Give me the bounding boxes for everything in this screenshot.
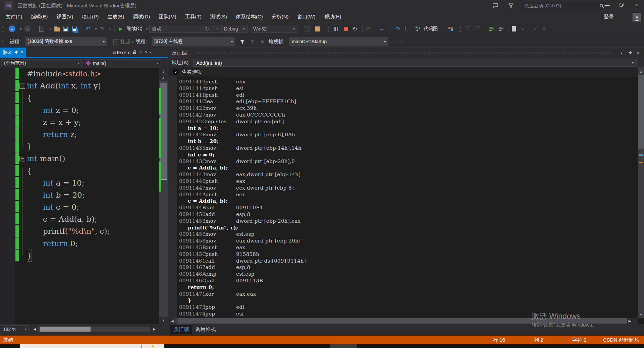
continue-play-icon[interactable]: ▶ xyxy=(117,25,124,33)
step-into-icon[interactable]: ↓ xyxy=(387,25,393,33)
undo-icon[interactable]: ↶ xyxy=(85,25,91,33)
menu-帮助(H)[interactable]: 帮助(H) xyxy=(320,11,345,22)
diagnostics-icon[interactable] xyxy=(314,25,321,33)
address-combo[interactable]: Add(int, int)▾ xyxy=(193,59,637,67)
hscroll-thumb[interactable] xyxy=(40,327,91,332)
configuration-combo[interactable]: Debug▾ xyxy=(221,25,248,33)
hscroll-left-icon[interactable]: ◀ xyxy=(170,319,175,324)
attach-icon[interactable] xyxy=(303,25,310,33)
view-options-label[interactable]: 查看选项 xyxy=(182,67,202,77)
menu-分析(N)[interactable]: 分析(N) xyxy=(267,11,293,22)
navigate-back-icon[interactable]: ← xyxy=(9,25,15,33)
continue-button[interactable]: 继续(C) xyxy=(125,25,144,33)
navigate-forward-icon[interactable]: → xyxy=(24,25,31,33)
quick-launch-search[interactable]: 快速启动 (Ctrl+Q) xyxy=(522,2,606,10)
restart-icon[interactable]: ↻ xyxy=(352,25,358,33)
close-tab-icon[interactable]: × xyxy=(21,50,23,55)
tab-source-c[interactable]: 源.c × xyxy=(0,48,26,57)
pause-icon[interactable] xyxy=(333,25,339,33)
window-position-icon[interactable]: ▾ xyxy=(618,49,625,57)
scroll-down-icon[interactable]: ▼ xyxy=(638,311,644,318)
code-map-button[interactable]: 代码图 xyxy=(422,25,439,33)
close-tab-crtexe-icon[interactable]: × xyxy=(145,50,148,55)
breakpoint-margin[interactable] xyxy=(169,77,177,318)
save-all-icon[interactable] xyxy=(71,25,78,33)
close-panel-icon[interactable]: × xyxy=(635,49,642,57)
refresh-dropdown-icon[interactable]: ▾ xyxy=(214,25,221,33)
sign-in-link[interactable]: 登录 xyxy=(604,11,614,22)
output-window-icon[interactable] xyxy=(498,25,504,33)
splitter-handle-icon[interactable]: ↕ xyxy=(159,68,168,74)
editor-vertical-scrollbar[interactable]: ↕ ▲ ▼ xyxy=(159,68,168,324)
menu-生成(B)[interactable]: 生成(B) xyxy=(103,11,128,22)
menu-体系结构(C)[interactable]: 体系结构(C) xyxy=(231,11,267,22)
close-button[interactable]: × xyxy=(629,0,644,9)
menu-窗口(W)[interactable]: 窗口(W) xyxy=(293,11,320,22)
feedback-icon[interactable] xyxy=(491,2,500,9)
show-next-statement-icon[interactable]: → xyxy=(378,25,385,33)
show-threads-icon[interactable] xyxy=(464,25,471,33)
user-avatar-icon[interactable] xyxy=(633,13,641,21)
menu-团队(M)[interactable]: 团队(M) xyxy=(154,11,181,22)
disassembly-header[interactable]: 反汇编 ▾ × xyxy=(169,48,644,58)
hscroll-thumb[interactable] xyxy=(178,318,627,324)
function-combo[interactable]: main()▾ xyxy=(84,59,161,67)
minimize-button[interactable]: — xyxy=(600,0,614,9)
code-map-icon[interactable] xyxy=(415,25,421,33)
preview-promote-icon[interactable] xyxy=(139,51,143,54)
apply-code-changes-icon[interactable]: ⟳ xyxy=(365,25,372,33)
back-dropdown-icon[interactable]: ▾ xyxy=(17,25,24,33)
code-editor[interactable]: #include<stdio.h>int Add(int x, int y){i… xyxy=(0,68,159,324)
tab-disassembly[interactable]: 反汇编 xyxy=(170,325,192,334)
next-bookmark-icon[interactable]: ⇥ xyxy=(531,25,537,33)
open-file-icon[interactable] xyxy=(54,25,60,33)
restore-button[interactable] xyxy=(615,0,628,9)
pin-icon[interactable] xyxy=(626,49,634,57)
toolbar-grip[interactable] xyxy=(2,26,3,32)
stop-icon[interactable] xyxy=(343,25,350,33)
hscroll-right-icon[interactable]: ▶ xyxy=(152,327,157,332)
disassembly-listing[interactable]: 00911419pushebx0091141Apushesi0091141Bpu… xyxy=(169,77,638,318)
step-over-icon[interactable]: ↷ xyxy=(394,25,401,33)
menu-编辑(E)[interactable]: 编辑(E) xyxy=(26,11,52,22)
notifications-filter-icon[interactable] xyxy=(506,2,515,9)
hscroll-right-icon[interactable]: ▶ xyxy=(627,319,632,324)
pin-icon[interactable] xyxy=(14,51,18,54)
tab-call-stack[interactable]: 调用堆栈 xyxy=(192,325,219,334)
scroll-up-icon[interactable]: ▲ xyxy=(638,68,644,75)
menu-工具(T)[interactable]: 工具(T) xyxy=(180,11,206,22)
debugbar-grip[interactable] xyxy=(2,39,3,45)
filter-threads-icon[interactable] xyxy=(239,38,246,46)
clear-bookmarks-icon[interactable]: ✕ xyxy=(541,25,547,33)
refresh-icon[interactable]: ↻ xyxy=(204,25,211,33)
suspend-button[interactable]: ϟ挂起 ▾ xyxy=(113,35,133,48)
save-icon[interactable] xyxy=(62,25,69,33)
menu-调试(D)[interactable]: 调试(D) xyxy=(128,11,154,22)
thread-combo[interactable]: [8720] 主线程▾ xyxy=(152,37,235,46)
disassembly-horizontal-scrollbar[interactable]: ◀ ▶ xyxy=(169,318,638,324)
parallel-stacks-icon[interactable] xyxy=(474,25,481,33)
fold-toggle-icon[interactable] xyxy=(19,152,27,164)
stack-frame-combo[interactable]: mainCRTStartup▾ xyxy=(289,37,388,46)
redo-icon[interactable]: ↷ xyxy=(99,25,105,33)
redo-dropdown-icon[interactable]: ▾ xyxy=(107,25,113,33)
disassembly-vertical-scrollbar[interactable]: ▲ ▼ xyxy=(638,67,644,318)
menu-项目(P)[interactable]: 项目(P) xyxy=(77,11,103,22)
intellitrace-icon[interactable] xyxy=(447,25,454,33)
process-combo[interactable]: [18036] 函数栈帧.exe▾ xyxy=(25,37,107,46)
stack-options-icon[interactable]: ≡▾ xyxy=(396,38,403,46)
new-file-dropdown-icon[interactable]: ▾ xyxy=(47,25,54,33)
scope-combo[interactable]: (全局范围)▾ xyxy=(1,59,82,67)
undo-dropdown-icon[interactable]: ▾ xyxy=(93,25,99,33)
menu-测试(S)[interactable]: 测试(S) xyxy=(206,11,231,22)
tab-list-dropdown-icon[interactable]: ▾ xyxy=(150,51,152,54)
scroll-down-icon[interactable]: ▼ xyxy=(159,317,168,324)
view-options-icon[interactable]: ∨ xyxy=(172,69,179,75)
tab-crtexe-c[interactable]: crtexe.c × ▾ xyxy=(113,48,152,57)
scroll-up-icon[interactable]: ▲ xyxy=(159,74,168,81)
step-out-icon[interactable]: ↑ xyxy=(402,25,409,33)
scrollbar-thumb[interactable] xyxy=(638,75,644,149)
flag-threads-icon[interactable]: ⚑ xyxy=(259,38,266,46)
platform-combo[interactable]: Win32▾ xyxy=(251,25,298,33)
clear-filter-icon[interactable] xyxy=(249,38,256,46)
